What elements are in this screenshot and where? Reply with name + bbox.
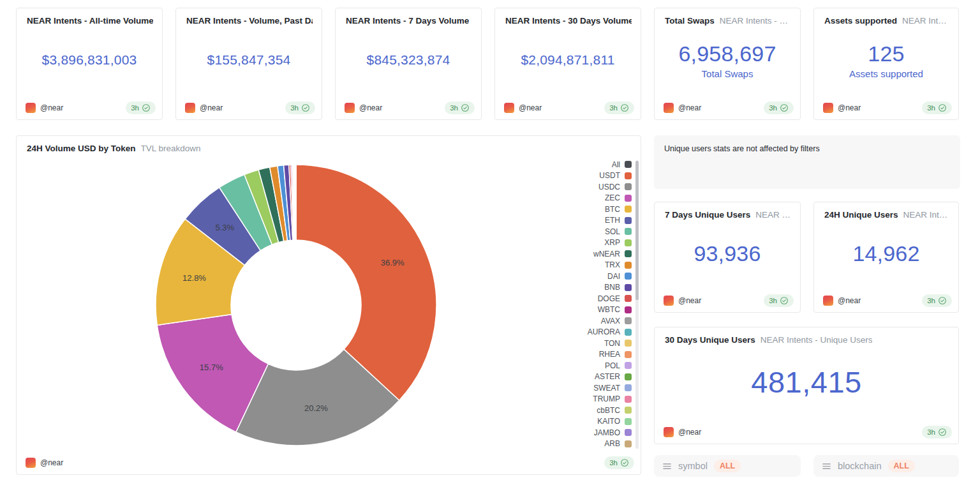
legend-label: BNB [604,283,620,292]
author-link[interactable]: @near [664,427,701,437]
author-handle: @near [678,296,701,305]
legend-label: USDC [598,183,620,191]
legend-label: DAI [607,272,620,281]
author-link[interactable]: @near [664,296,701,306]
panel-30d-volume: NEAR Intents - 30 Days Volume $2,094,871… [494,8,641,120]
legend-swatch [625,396,632,403]
stat-value: $155,847,354 [207,52,291,68]
legend-item-DAI[interactable]: DAI [588,271,632,282]
legend-item-WBTC[interactable]: WBTC [588,304,632,316]
author-handle: @near [678,428,701,437]
legend-item-KAITO[interactable]: KAITO [588,416,632,428]
legend-item-JAMBO[interactable]: JAMBO [588,427,632,439]
refresh-badge[interactable]: 3h [922,426,952,439]
filter-label: symbol [678,461,708,471]
legend-item-AURORA[interactable]: AURORA [588,327,632,338]
legend-swatch [625,206,632,213]
verified-check-icon [620,103,629,112]
author-link[interactable]: @near [823,103,861,113]
legend-swatch [625,195,632,202]
legend-label: ASTER [595,372,620,381]
legend-label: AVAX [601,317,620,326]
legend-swatch [625,306,632,313]
age-text: 3h [290,104,299,112]
note-text: Unique users stats are not affected by f… [664,144,820,153]
legend-swatch [625,239,632,246]
refresh-badge[interactable]: 3h [126,101,156,114]
legend-item-BTC[interactable]: BTC [588,204,632,215]
panel-past-day-volume: NEAR Intents - Volume, Past Day $155,847… [175,8,322,120]
legend-item-DOGE[interactable]: DOGE [588,293,632,304]
stat-value-label: Total Swaps [702,68,754,79]
stat-value: 481,415 [751,364,861,400]
filter-value-badge[interactable]: ALL [714,460,741,472]
author-link[interactable]: @near [26,103,63,113]
panel-assets-supported: Assets supportedNEAR Intents - S... 125 … [813,8,959,120]
chart-legend[interactable]: AllUSDTUSDCZECBTCETHSOLXRPwNEARTRXDAIBNB… [588,159,632,449]
slice-percent-label: 5.3% [215,223,234,232]
legend-item-SWEAT[interactable]: SWEAT [588,382,632,394]
legend-item-wNEAR[interactable]: wNEAR [588,248,632,260]
filter-symbol[interactable]: symbol ALL [654,455,801,477]
refresh-badge[interactable]: 3h [604,456,634,469]
near-avatar-icon [26,458,36,468]
author-link[interactable]: @near [26,458,63,468]
legend-label: USDT [599,171,620,180]
refresh-badge[interactable]: 3h [285,101,315,114]
author-link[interactable]: @near [345,103,382,113]
legend-item-AVAX[interactable]: AVAX [588,315,632,327]
legend-item-TRUMP[interactable]: TRUMP [588,394,632,405]
filter-value-badge[interactable]: ALL [888,460,915,472]
legend-label: TRUMP [593,394,620,403]
legend-item-ASTER[interactable]: ASTER [588,371,632,383]
legend-item-TON[interactable]: TON [588,338,632,349]
panel-24h-unique-users: 24H Unique UsersNEAR Intents - ... 14,96… [813,202,959,313]
legend-item-ETH[interactable]: ETH [588,215,632,227]
legend-swatch [625,284,632,291]
legend-label: SWEAT [593,384,620,393]
filter-blockchain[interactable]: blockchain ALL [813,455,959,477]
verified-check-icon [938,103,947,112]
refresh-badge[interactable]: 3h [922,294,952,307]
author-handle: @near [359,103,382,112]
legend-swatch [625,295,632,302]
legend-scrollbar-thumb[interactable] [635,161,639,300]
refresh-badge[interactable]: 3h [764,294,794,307]
age-text: 3h [450,104,458,112]
legend-item-RHEA[interactable]: RHEA [588,349,632,361]
legend-label: TON [604,339,620,348]
legend-label: DOGE [598,294,620,303]
verified-check-icon [938,428,947,437]
author-link[interactable]: @near [664,103,701,113]
age-text: 3h [131,104,139,112]
donut-chart[interactable]: 36.9%20.2%15.7%12.8%5.3% [17,136,641,474]
legend-item-ZEC[interactable]: ZEC [588,193,632,204]
refresh-badge[interactable]: 3h [445,101,475,114]
refresh-badge[interactable]: 3h [922,101,952,114]
author-link[interactable]: @near [823,296,861,306]
donut-slice-USDT[interactable] [296,165,436,400]
legend-item-XRP[interactable]: XRP [588,237,632,249]
legend-item-All[interactable]: All [588,159,632,170]
legend-item-ARB[interactable]: ARB [588,439,632,450]
legend-item-USDT[interactable]: USDT [588,170,632,182]
legend-item-BNB[interactable]: BNB [588,282,632,294]
legend-scrollbar[interactable] [635,160,639,449]
slice-percent-label: 15.7% [200,363,223,372]
refresh-badge[interactable]: 3h [604,101,634,114]
legend-item-POL[interactable]: POL [588,360,632,371]
stat-value: $2,094,871,811 [521,52,614,68]
author-link[interactable]: @near [504,103,542,113]
author-link[interactable]: @near [185,103,223,113]
legend-item-cbBTC[interactable]: cbBTC [588,405,632,416]
legend-item-TRX[interactable]: TRX [588,260,632,271]
author-handle: @near [200,103,223,112]
legend-label: AURORA [588,327,620,336]
legend-item-USDC[interactable]: USDC [588,181,632,193]
legend-item-SOL[interactable]: SOL [588,226,632,237]
legend-label: KAITO [597,417,620,426]
unique-users-note: Unique users stats are not affected by f… [654,135,960,189]
refresh-badge[interactable]: 3h [764,101,794,114]
legend-swatch [625,362,632,369]
legend-label: JAMBO [594,428,620,437]
